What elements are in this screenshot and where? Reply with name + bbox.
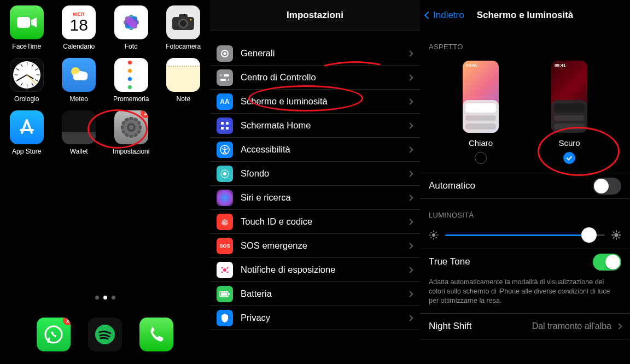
svg-line-49 [431,237,432,238]
svg-rect-26 [221,122,224,125]
back-button[interactable]: Indietro [425,10,464,21]
whatsapp-icon: 2 [37,318,71,351]
switch-automatico[interactable] [593,178,621,195]
calendar-day: 18 [70,17,88,33]
row-batteria[interactable]: Batteria [210,282,420,306]
camera-icon [166,5,200,39]
svg-point-33 [223,172,226,175]
home-screen-pane: FaceTime MER 18 Calendario [0,0,210,364]
appearance-option-light[interactable]: 09:41 Chiaro [463,61,499,164]
svg-point-35 [221,267,223,268]
page-dot-active [103,296,107,300]
chevron-right-icon [407,243,413,249]
app-label: Promemoria [113,95,149,103]
settings-header-title: Impostazioni [287,10,343,21]
dock-app-spotify[interactable] [88,318,122,351]
svg-rect-29 [226,127,229,130]
appstore-icon [10,110,44,144]
brightness-slider[interactable] [445,234,605,236]
radio-light[interactable] [475,152,487,164]
row-sos-emergenze[interactable]: SOS SOS emergenze [210,234,420,258]
app-label: Calendario [63,43,95,50]
row-sfondo[interactable]: Sfondo [210,162,420,186]
row-touchid-codice[interactable]: Touch ID e codice [210,210,420,234]
light-preview: 09:41 [463,61,499,133]
app-meteo[interactable]: Meteo [56,58,103,103]
weather-icon [62,58,96,92]
annotation-circle-display-brightness [248,85,363,111]
chevron-right-icon [407,315,413,321]
chevron-right-icon [407,267,413,273]
svg-line-56 [613,232,614,233]
page-dot [95,296,99,300]
svg-point-25 [226,78,229,81]
row-automatico: Automatico [420,173,630,198]
app-note[interactable]: Note [160,58,207,103]
chevron-right-icon [407,291,413,297]
settings-pane: Impostazioni Generali Centro di Controll… [210,0,420,364]
row-siri-ricerca[interactable]: Siri e ricerca [210,186,420,210]
app-promemoria[interactable]: Promemoria [108,58,155,103]
chevron-right-icon [407,50,413,56]
row-generali[interactable]: Generali [210,42,420,66]
phone-icon [139,318,173,351]
automatic-label: Automatico [429,180,593,191]
app-foto[interactable]: Foto [108,5,155,50]
row-label: Schermata Home [241,120,408,131]
chevron-right-icon [407,219,413,225]
notes-icon [166,58,200,92]
dark-preview: 09:41 [551,61,587,133]
chevron-left-icon [424,11,432,19]
row-notifiche-esposizione[interactable]: Notifiche di esposizione [210,258,420,282]
row-privacy[interactable]: Privacy [210,306,420,330]
clock-icon [10,58,44,92]
slider-fill [445,234,589,236]
display-brightness-pane: Indietro Schermo e luminosità ASPETTO 09… [420,0,630,364]
battery-icon [217,286,233,302]
row-true-tone: True Tone [420,249,630,274]
annotation-circle-dark [538,127,620,176]
app-calendario[interactable]: MER 18 Calendario [56,5,103,50]
dock: 2 [0,310,210,359]
switch-true-tone[interactable] [593,254,621,271]
page-indicator[interactable] [0,296,210,300]
app-facetime[interactable]: FaceTime [3,5,50,50]
svg-point-51 [614,233,618,237]
chevron-right-icon [407,74,413,80]
app-fotocamera[interactable]: Fotocamera [160,5,207,50]
preview-time: 09:41 [466,63,477,68]
svg-rect-12 [179,14,188,19]
chevron-right-icon [407,98,413,104]
row-schermata-home[interactable]: Schermata Home [210,114,420,138]
app-label: Orologio [14,95,39,103]
chevron-right-icon [407,146,413,152]
chevron-right-icon [407,122,413,128]
row-label: Notifiche di esposizione [241,265,408,275]
app-label: Foto [125,43,138,50]
gear-icon [217,45,233,62]
dock-app-phone[interactable] [139,318,173,351]
home-screen-icon [217,118,233,134]
touchid-icon [217,214,233,230]
slider-thumb[interactable] [581,227,597,243]
calendar-icon: MER 18 [62,5,96,39]
row-label: Generali [241,48,408,58]
app-label: Note [177,95,190,103]
row-night-shift[interactable]: Night Shift Dal tramonto all'alba [420,314,630,339]
brightness-slider-row [420,224,630,249]
app-appstore[interactable]: App Store [3,110,50,155]
dock-app-whatsapp[interactable]: 2 [37,318,71,351]
exposure-icon [217,262,233,278]
row-label: SOS emergenze [241,240,408,251]
svg-line-58 [613,237,614,238]
row-accessibilita[interactable]: Accessibilità [210,138,420,162]
app-orologio[interactable]: Orologio [3,58,50,103]
accessibility-icon [217,142,233,158]
reminders-icon [114,58,148,92]
row-label: Sfondo [241,168,408,179]
chevron-right-icon [616,323,622,329]
svg-point-11 [180,20,186,27]
settings-header: Impostazioni [210,0,420,31]
night-shift-value: Dal tramonto all'alba [532,321,611,331]
svg-point-42 [432,233,435,237]
